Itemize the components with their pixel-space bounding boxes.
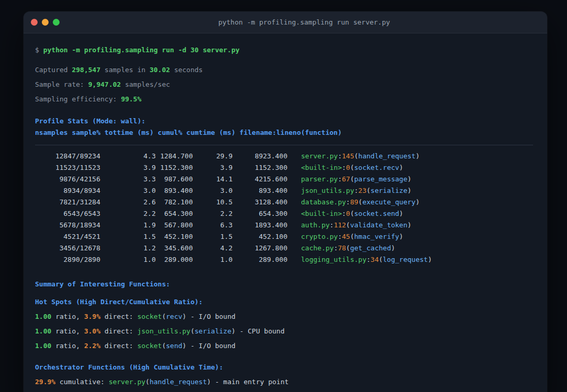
- table-row: 5678/189341.9567.8006.31893.400auth.py:1…: [35, 220, 533, 231]
- cell-cumul-pct: 10.5: [193, 197, 233, 208]
- punct-close-paren: ): [391, 244, 395, 252]
- cell-cumul-pct: 1.5: [193, 231, 233, 243]
- captured-suffix: seconds: [170, 66, 203, 74]
- hot-spots-list: 1.00 ratio, 3.9% direct: socket(recv) - …: [35, 309, 533, 353]
- captured-mid: samples in: [100, 66, 149, 74]
- table-row: 9876/421563.3987.60014.14215.600parser.p…: [35, 174, 533, 185]
- bound-note: ) - CPU bound: [232, 327, 285, 335]
- punct-colon: :: [366, 256, 371, 263]
- file-name: database.py: [301, 198, 346, 206]
- orchestrator-line: 14.1% cumulative: parser.py(parse_messag…: [35, 389, 533, 392]
- cell-tottime: 567.800: [156, 220, 193, 231]
- file-name: logging_utils.py: [301, 256, 366, 263]
- entry-note: ) - main entry point: [207, 378, 289, 386]
- ratio-label: ratio,: [51, 327, 84, 335]
- punct-close-paren: ): [399, 164, 403, 171]
- table-row: 11523/115233.91152.3003.91152.300<built-…: [35, 162, 533, 174]
- cell-cumtime: 3128.400: [233, 197, 287, 208]
- cell-tottime: 987.600: [156, 174, 193, 185]
- direct-label: direct:: [100, 342, 137, 350]
- punct-colon: :: [342, 210, 346, 217]
- cell-cumtime: 289.000: [233, 254, 287, 266]
- efficiency-label: Sampling efficiency:: [35, 95, 121, 103]
- punct-close-paren: ): [408, 175, 412, 183]
- cell-cumul-pct: 29.9: [193, 151, 233, 162]
- line-number: 0: [346, 210, 350, 217]
- cell-tottime: 345.600: [156, 243, 193, 254]
- cell-cumtime: 452.100: [233, 231, 287, 243]
- cell-location: parser.py:67(parse_message): [301, 174, 411, 185]
- ratio-value: 1.00: [35, 313, 51, 320]
- cell-location: crypto.py:45(hmac_verify): [301, 231, 403, 243]
- direct-label: direct:: [100, 327, 137, 335]
- minimize-button[interactable]: [42, 19, 49, 26]
- cell-sample-pct: 2.6: [100, 197, 156, 208]
- bound-note: ) - I/O bound: [182, 342, 236, 350]
- cell-tottime: 1284.700: [156, 151, 193, 162]
- cell-cumtime: 1267.800: [233, 243, 287, 254]
- cell-nsamples: 12847/89234: [35, 151, 100, 162]
- line-number: 67: [342, 175, 350, 183]
- punct-open-paren: (: [350, 164, 354, 171]
- direct-label: direct:: [100, 313, 137, 320]
- line-number: 45: [342, 233, 350, 240]
- terminal-content[interactable]: $ python -m profiling.sampling run -d 30…: [24, 33, 547, 392]
- line-number: 23: [358, 187, 367, 194]
- punct-close-paren: ): [408, 221, 412, 229]
- capture-duration: 30.02: [149, 66, 170, 74]
- punct-close-paren: ): [428, 256, 432, 263]
- cell-location: database.py:89(execute_query): [301, 197, 420, 208]
- file-name: <built-in>: [301, 164, 342, 171]
- captured-stats-line: Captured 298,547 samples in 30.02 second…: [35, 63, 533, 77]
- punct-close-paren: ): [415, 152, 420, 160]
- file-name: cache.py: [301, 244, 334, 252]
- function-name: parse_message: [354, 175, 408, 183]
- table-row: 6543/65432.2654.3002.2654.300<built-in>:…: [35, 208, 533, 220]
- cell-tottime: 289.000: [156, 254, 193, 266]
- line-number: 78: [338, 244, 346, 252]
- cell-sample-pct: 3.9: [100, 162, 156, 174]
- hot-spots-title: Hot Spots (High Direct/Cumulative Ratio)…: [35, 295, 533, 309]
- file-name: json_utils.py: [301, 187, 354, 194]
- table-row: 3456/126781.2345.6004.21267.800cache.py:…: [35, 243, 533, 254]
- punct-colon: :: [342, 164, 346, 171]
- cell-tottime: 654.300: [156, 208, 193, 220]
- rate-suffix: samples/sec: [121, 80, 170, 88]
- callee-name: serialize: [194, 327, 231, 335]
- cell-cumtime: 654.300: [233, 208, 287, 220]
- function-name: execute_query: [362, 198, 415, 206]
- line-number: 89: [350, 198, 358, 206]
- punct-open-paren: (: [162, 342, 166, 350]
- callee-name: send: [166, 342, 182, 350]
- file-name: crypto.py: [301, 233, 338, 240]
- bound-note: ) - I/O bound: [182, 313, 236, 320]
- callee-name: recv: [166, 313, 182, 320]
- cell-location: logging_utils.py:34(log_request): [301, 254, 432, 266]
- cell-location: <built-in>:0(socket.send): [301, 208, 403, 220]
- hot-spot-line: 1.00 ratio, 2.2% direct: socket(send) - …: [35, 339, 533, 353]
- punct-open-paren: (: [350, 210, 354, 217]
- cell-tottime: 782.100: [156, 197, 193, 208]
- cell-sample-pct: 2.2: [100, 208, 156, 220]
- ratio-label: ratio,: [51, 342, 84, 350]
- cell-cumtime: 1893.400: [233, 220, 287, 231]
- cell-sample-pct: 1.2: [100, 243, 156, 254]
- cell-sample-pct: 1.0: [100, 254, 156, 266]
- punct-open-paren: (: [145, 378, 149, 386]
- ratio-value: 1.00: [35, 327, 51, 335]
- cell-nsamples: 8934/8934: [35, 185, 100, 197]
- cell-nsamples: 11523/11523: [35, 162, 100, 174]
- table-row: 4521/45211.5452.1001.5452.100crypto.py:4…: [35, 231, 533, 243]
- table-row: 12847/892344.31284.70029.98923.400server…: [35, 151, 533, 162]
- punct-open-paren: (: [350, 175, 354, 183]
- close-button[interactable]: [31, 19, 38, 26]
- profile-table-rows: 12847/892344.31284.70029.98923.400server…: [35, 151, 533, 266]
- function-name: socket.recv: [354, 164, 399, 171]
- cell-nsamples: 7821/31284: [35, 197, 100, 208]
- efficiency-line: Sampling efficiency: 99.5%: [35, 92, 533, 107]
- cell-cumtime: 8923.400: [233, 151, 287, 162]
- file-name: server.py: [301, 152, 338, 160]
- function-name: hmac_verify: [354, 233, 399, 240]
- maximize-button[interactable]: [53, 19, 60, 26]
- terminal-window: python -m profiling.sampling run server.…: [24, 11, 547, 392]
